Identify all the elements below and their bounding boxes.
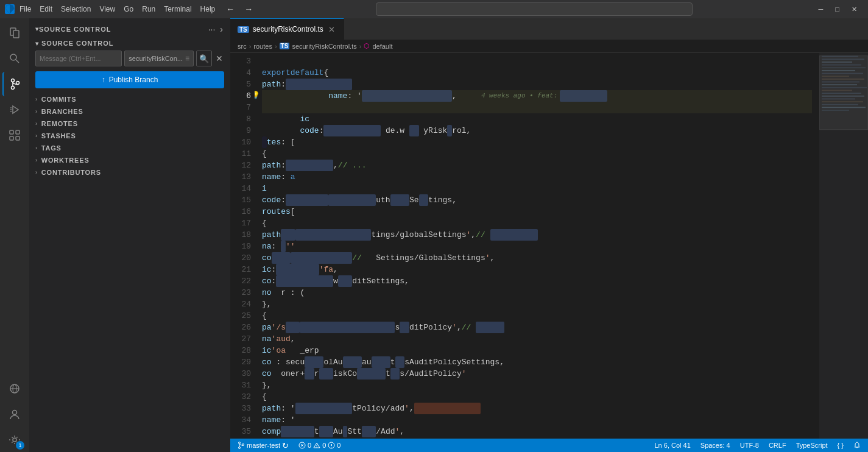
svg-rect-14 bbox=[16, 136, 19, 140]
tab-ts-icon: TS bbox=[238, 26, 249, 33]
status-errors[interactable]: 0 0 0 bbox=[296, 439, 343, 452]
code-line-29: co oner+ r iskCo t s/AuditPolicy' bbox=[262, 368, 812, 380]
activity-extensions[interactable] bbox=[2, 123, 27, 147]
contributors-label: CONTRIBUTORS bbox=[41, 169, 101, 176]
tab-security-risk-control[interactable]: TS securityRiskControl.ts ✕ bbox=[230, 18, 344, 40]
activity-account[interactable] bbox=[2, 402, 27, 426]
status-line-ending[interactable]: CRLF bbox=[766, 439, 789, 452]
activity-remote-explorer[interactable] bbox=[2, 376, 27, 401]
activity-run-debug[interactable] bbox=[2, 97, 27, 122]
activity-settings[interactable]: 1 bbox=[2, 428, 27, 452]
status-line-col[interactable]: Ln 6, Col 41 bbox=[652, 439, 693, 452]
status-spaces[interactable]: Spaces: 4 bbox=[698, 439, 733, 452]
sc-section-commits[interactable]: › COMMITS bbox=[29, 93, 230, 105]
code-line-5: path: bbox=[262, 79, 812, 90]
code-line-22: no r : ( bbox=[262, 287, 812, 298]
title-search[interactable] bbox=[376, 2, 693, 16]
maximize-button[interactable]: □ bbox=[829, 3, 845, 16]
sc-search-button[interactable]: 🔍 bbox=[196, 51, 212, 66]
minimap[interactable] bbox=[819, 53, 868, 439]
sc-message-input[interactable] bbox=[35, 51, 122, 66]
sc-message-area: securityRiskCon... ≡ 🔍 ✕ bbox=[29, 51, 230, 71]
menu-terminal[interactable]: Terminal bbox=[164, 5, 191, 13]
sc-section-tags[interactable]: › TAGS bbox=[29, 142, 230, 154]
code-line-10: { bbox=[262, 148, 812, 160]
svg-point-4 bbox=[12, 79, 15, 82]
breadcrumb-sep1: › bbox=[249, 43, 252, 50]
sc-section-worktrees[interactable]: › WORKTREES bbox=[29, 154, 230, 166]
breadcrumb-symbol[interactable]: default bbox=[372, 43, 392, 50]
status-encoding-text: UTF-8 bbox=[740, 442, 759, 449]
sc-chip-clear[interactable]: ≡ bbox=[185, 54, 189, 63]
code-editor[interactable]: 3 4 5 6 7 8 9 10 11 12 13 14 15 16 17 18… bbox=[230, 53, 868, 439]
status-language-text: TypeScript bbox=[796, 442, 828, 449]
sc-branch-chip: securityRiskCon... ≡ bbox=[124, 51, 194, 66]
minimize-button[interactable]: ─ bbox=[813, 3, 830, 16]
stashes-label: STASHES bbox=[41, 132, 76, 139]
status-language[interactable]: TypeScript bbox=[794, 439, 830, 452]
status-spaces-text: Spaces: 4 bbox=[700, 442, 730, 449]
status-branch[interactable]: master-test ↻ bbox=[235, 439, 291, 452]
code-line-21: co : w ditSettings, bbox=[262, 275, 812, 287]
menu-file[interactable]: File bbox=[19, 5, 31, 13]
status-encoding[interactable]: UTF-8 bbox=[738, 439, 761, 452]
activity-bar: 1 bbox=[0, 18, 29, 452]
sc-section-stashes[interactable]: › STASHES bbox=[29, 130, 230, 142]
commits-label: COMMITS bbox=[41, 96, 77, 103]
lightbulb-icon[interactable]: 💡 bbox=[255, 90, 260, 102]
sc-panel-toggle[interactable]: › bbox=[219, 23, 224, 35]
status-notifications[interactable] bbox=[851, 439, 863, 452]
menu-go[interactable]: Go bbox=[124, 5, 133, 13]
close-button[interactable]: ✕ bbox=[845, 3, 863, 16]
svg-point-43 bbox=[239, 447, 241, 449]
nav-forward-button[interactable]: → bbox=[241, 4, 256, 15]
code-line-13: i bbox=[262, 183, 812, 194]
menu-selection[interactable]: Selection bbox=[61, 5, 91, 13]
code-content[interactable]: export default { path: 💡 name: ' k( / , … bbox=[255, 53, 819, 439]
main-layout: 1 ▾ SOURCE CONTROL ··· › ▾ SOURCE CONTRO… bbox=[0, 18, 868, 452]
menu-bar[interactable]: File Edit Selection View Go Run Terminal… bbox=[19, 5, 215, 13]
breadcrumb-sep3: › bbox=[359, 43, 362, 50]
activity-search[interactable] bbox=[2, 46, 27, 71]
tab-bar: TS securityRiskControl.ts ✕ bbox=[230, 18, 868, 40]
activity-explorer[interactable] bbox=[2, 21, 27, 45]
tab-close-button[interactable]: ✕ bbox=[327, 26, 336, 34]
nav-back-button[interactable]: ← bbox=[222, 4, 238, 15]
code-line-4: export default { bbox=[262, 67, 812, 79]
nav-controls: ← → bbox=[222, 4, 256, 15]
svg-point-52 bbox=[331, 447, 332, 448]
menu-run[interactable]: Run bbox=[142, 5, 155, 13]
status-warning-count: 0 bbox=[322, 442, 326, 449]
code-line-18: na : S '' bbox=[262, 241, 812, 252]
source-control-panel: ▾ SOURCE CONTROL ··· › ▾ SOURCE CONTROL … bbox=[29, 18, 230, 452]
code-line-7: ic bbox=[262, 113, 812, 125]
svg-point-42 bbox=[239, 442, 241, 444]
worktrees-label: WORKTREES bbox=[41, 157, 90, 164]
sc-sub-chevron[interactable]: ▾ bbox=[35, 40, 39, 47]
sc-message-field[interactable] bbox=[40, 55, 118, 62]
activity-source-control[interactable] bbox=[2, 72, 27, 96]
publish-icon: ↑ bbox=[102, 76, 105, 84]
breadcrumb-routes[interactable]: routes bbox=[253, 43, 272, 50]
title-search-input[interactable] bbox=[381, 5, 687, 13]
status-position[interactable]: { } bbox=[835, 439, 846, 452]
menu-help[interactable]: Help bbox=[200, 5, 216, 13]
branches-chevron: › bbox=[35, 108, 38, 115]
sc-more-actions[interactable]: ··· bbox=[207, 23, 217, 35]
code-line-6: 💡 name: ' k( / , 4 weeks ago • feat: bbox=[262, 90, 812, 113]
breadcrumb-src[interactable]: src bbox=[238, 43, 247, 50]
svg-rect-12 bbox=[16, 130, 19, 134]
worktrees-chevron: › bbox=[35, 157, 38, 163]
code-line-30: }, bbox=[262, 380, 812, 391]
minimap-content bbox=[819, 53, 868, 439]
breadcrumb-file[interactable]: securityRiskControl.ts bbox=[292, 43, 356, 50]
sc-section-branches[interactable]: › BRANCHES bbox=[29, 105, 230, 118]
menu-edit[interactable]: Edit bbox=[40, 5, 52, 13]
sc-close-button[interactable]: ✕ bbox=[214, 54, 224, 63]
publish-branch-button[interactable]: ↑ Publish Branch bbox=[35, 71, 224, 88]
sc-section-remotes[interactable]: › REMOTES bbox=[29, 118, 230, 130]
sc-section-contributors[interactable]: › CONTRIBUTORS bbox=[29, 166, 230, 178]
menu-view[interactable]: View bbox=[99, 5, 115, 13]
code-line-25: pa '/s c s ditPolicy', // bbox=[262, 322, 812, 333]
svg-line-3 bbox=[16, 60, 19, 63]
